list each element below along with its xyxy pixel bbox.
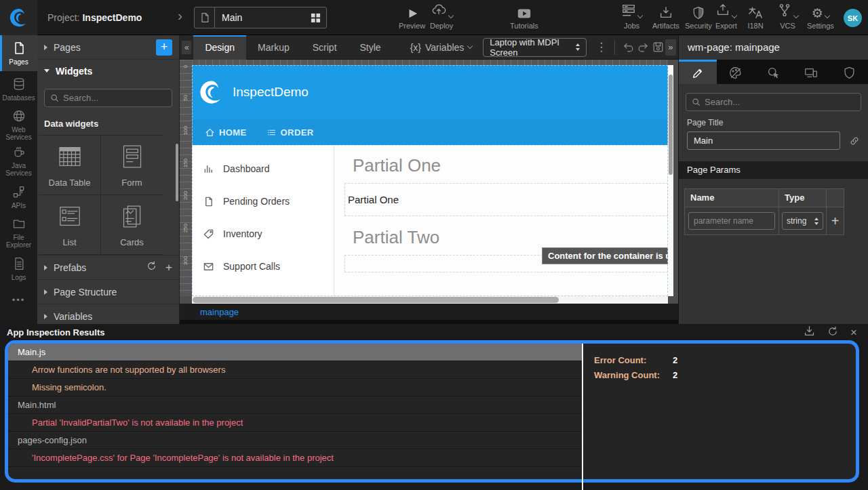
- add-prefab-button[interactable]: +: [165, 261, 172, 274]
- status-page-link[interactable]: mainpage: [200, 307, 239, 317]
- logs-icon: [12, 257, 26, 272]
- nav-item-order[interactable]: ORDER: [267, 127, 314, 138]
- inspection-results-list: Main.js Arrow functions are not supporte…: [8, 344, 582, 479]
- tab-design[interactable]: Design: [193, 35, 246, 60]
- export-icon: [715, 3, 730, 20]
- widget-form[interactable]: Form: [101, 136, 163, 195]
- page-selector-value: Main: [215, 12, 311, 23]
- nav-item-home[interactable]: HOME: [205, 127, 247, 138]
- expand-right-panel-button[interactable]: »: [665, 39, 676, 56]
- project-label: Project:InspectDemo: [47, 12, 142, 23]
- page-params-table: Name Type string +: [684, 188, 844, 235]
- device-selector[interactable]: Laptop with MDPI Screen: [483, 38, 587, 57]
- widget-cards[interactable]: Cards: [101, 195, 163, 254]
- variables-dropdown[interactable]: {x} Variables: [410, 42, 473, 53]
- param-type-header: Type: [779, 189, 827, 207]
- i18n-button[interactable]: I18N: [747, 5, 764, 30]
- sidebar-item-databases[interactable]: Databases: [0, 71, 37, 107]
- partial-one-heading: Partial One: [353, 155, 668, 176]
- vcs-branch-icon: [777, 3, 792, 20]
- refresh-inspection-icon[interactable]: [827, 326, 838, 340]
- prefabs-section-header[interactable]: Prefabs +: [37, 255, 179, 279]
- sidebar-more-button[interactable]: •••: [0, 287, 37, 314]
- breadcrumb-chevron-icon: ›: [178, 7, 182, 24]
- canvas-horizontal-scrollbar[interactable]: [192, 296, 668, 304]
- tutorials-button[interactable]: Tutorials: [510, 5, 538, 30]
- widget-search-input[interactable]: [63, 93, 151, 103]
- inspection-file-row[interactable]: Main.js: [8, 344, 582, 361]
- sidebar-item-apis[interactable]: APIs: [0, 179, 37, 215]
- preview-button[interactable]: Preview: [399, 5, 425, 30]
- canvas-vertical-scrollbar[interactable]: [668, 65, 673, 296]
- i18n-icon: [747, 5, 764, 20]
- form-icon: [119, 143, 146, 172]
- menu-item-inventory[interactable]: Inventory: [192, 218, 334, 250]
- left-panel-scrollbar[interactable]: [176, 144, 178, 201]
- close-panel-icon[interactable]: ×: [850, 327, 857, 338]
- jobs-button[interactable]: Jobs: [621, 5, 642, 30]
- undo-button[interactable]: [621, 39, 636, 56]
- security-button[interactable]: Security: [685, 5, 712, 30]
- tab-markup[interactable]: Markup: [246, 35, 301, 60]
- tab-script[interactable]: Script: [301, 35, 349, 60]
- vcs-button[interactable]: VCS: [777, 5, 798, 30]
- widget-search[interactable]: [44, 89, 172, 107]
- inspection-file-row[interactable]: Main.html: [8, 396, 582, 414]
- toolbar-divider: [614, 40, 615, 55]
- sidebar-item-file-explorer[interactable]: File Explorer: [0, 215, 37, 251]
- param-type-select[interactable]: string: [782, 212, 823, 230]
- grid-view-icon[interactable]: [311, 13, 321, 23]
- inspection-warning-row[interactable]: Missing semicolon.: [8, 379, 582, 396]
- scrollbar-thumb[interactable]: [669, 75, 673, 175]
- page-selector[interactable]: Main: [194, 7, 327, 28]
- save-button[interactable]: [650, 39, 665, 56]
- download-report-icon[interactable]: [804, 325, 815, 340]
- app-preview-header[interactable]: InspectDemo: [192, 65, 668, 119]
- sidebar-item-web-services[interactable]: Web Services: [0, 107, 37, 143]
- wavemaker-logo[interactable]: [0, 0, 37, 35]
- user-avatar[interactable]: SK: [844, 9, 862, 27]
- widget-data-table[interactable]: Data Table: [39, 136, 100, 195]
- deploy-button[interactable]: Deploy: [430, 5, 453, 30]
- artifacts-button[interactable]: Artifacts: [652, 5, 679, 30]
- tab-properties-style[interactable]: [717, 60, 755, 84]
- inspection-error-row[interactable]: Partial 'InvalidPartialTwo' is not avail…: [8, 414, 582, 432]
- sidebar-item-pages[interactable]: Pages: [0, 35, 37, 71]
- sidebar-item-java-services[interactable]: Java Services: [0, 143, 37, 179]
- more-options-kebab-icon[interactable]: ⋮: [595, 40, 607, 54]
- properties-search[interactable]: [686, 93, 861, 111]
- page-structure-section-header[interactable]: Page Structure: [37, 279, 179, 304]
- settings-button[interactable]: ⚙ Settings: [807, 5, 834, 30]
- tab-properties-devices[interactable]: [792, 60, 830, 84]
- redo-button[interactable]: [636, 39, 651, 56]
- canvas-page[interactable]: InspectDemo HOME ORDER Dashboard: [192, 65, 668, 296]
- add-page-button[interactable]: +: [156, 39, 172, 56]
- tab-style[interactable]: Style: [349, 35, 393, 60]
- tab-properties-edit[interactable]: [679, 60, 717, 84]
- refresh-prefabs-icon[interactable]: [146, 261, 157, 274]
- sidebar-item-logs[interactable]: Logs: [0, 251, 37, 287]
- inspection-file-row[interactable]: pages-config.json: [8, 432, 582, 449]
- tab-properties-security[interactable]: [830, 60, 868, 84]
- scrollbar-thumb[interactable]: [193, 297, 559, 303]
- partial-one-container[interactable]: Partial One: [344, 183, 668, 216]
- tutorials-icon: [517, 5, 532, 20]
- add-param-button[interactable]: +: [827, 213, 844, 229]
- bind-link-icon[interactable]: [849, 136, 860, 146]
- pages-section-header[interactable]: Pages +: [37, 35, 179, 60]
- menu-item-dashboard[interactable]: Dashboard: [192, 152, 334, 185]
- widget-list[interactable]: List: [39, 195, 100, 254]
- menu-item-support-calls[interactable]: Support Calls: [192, 250, 334, 283]
- inspection-error-row[interactable]: 'IncompletePage.css' for Page 'Incomplet…: [8, 449, 582, 467]
- menu-item-pending-orders[interactable]: Pending Orders: [192, 185, 334, 218]
- widgets-section-header[interactable]: Widgets: [37, 60, 179, 82]
- page-title-input[interactable]: [687, 131, 840, 150]
- inspection-warning-row[interactable]: Arrow functions are not supported by all…: [8, 361, 582, 379]
- tab-properties-inspect[interactable]: [755, 60, 793, 84]
- param-name-input[interactable]: [688, 212, 775, 230]
- properties-search-input[interactable]: [705, 97, 840, 107]
- editor-center: « Design Markup Script Style {x} Variabl…: [180, 35, 678, 324]
- export-button[interactable]: Export: [715, 5, 737, 30]
- collapse-left-panel-button[interactable]: «: [182, 41, 191, 54]
- devices-icon: [804, 66, 818, 79]
